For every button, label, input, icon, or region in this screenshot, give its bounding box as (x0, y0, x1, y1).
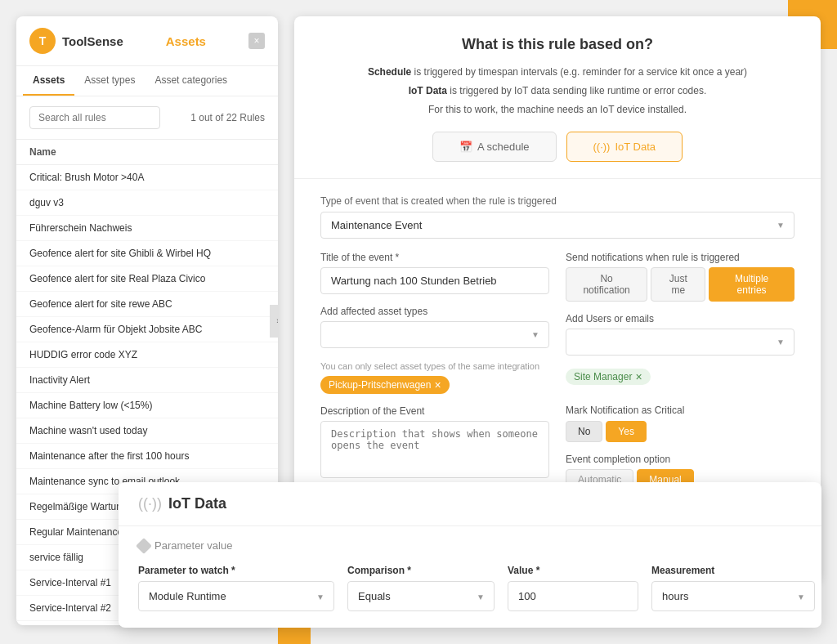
event-type-group: Type of event that is created when the r… (320, 195, 794, 239)
schedule-tab-button[interactable]: 📅 A schedule (432, 132, 557, 162)
notification-label: Send notifications when rule is triggere… (566, 252, 794, 263)
tab-assets[interactable]: Assets (23, 66, 74, 96)
event-type-select-wrapper: Maintenance Event (320, 212, 794, 239)
description-textarea[interactable] (320, 421, 549, 478)
completion-label: Event completion option (566, 454, 794, 465)
schedule-text: is triggered by timespan intervals (e.g.… (411, 66, 747, 78)
logo-area: T ToolSense (29, 28, 123, 54)
asset-tag: Pickup-Pritschenwagen × (320, 376, 450, 394)
close-button[interactable]: × (248, 33, 265, 49)
site-manager-remove[interactable]: × (635, 371, 642, 382)
iot-note: For this to work, the machine needs an I… (320, 102, 794, 118)
asset-hint: You can only select asset types of the s… (320, 361, 549, 371)
param-value-text: Parameter value (154, 539, 232, 552)
list-item[interactable]: Machine Battery low (<15%) (16, 393, 278, 418)
comparison-label: Comparison * (347, 565, 495, 576)
diamond-icon (136, 538, 152, 554)
iot-tab-label: IoT Data (615, 141, 656, 153)
asset-types-label: Add affected asset types (320, 306, 549, 317)
iot-grid: Parameter to watch * Module Runtime Comp… (138, 565, 802, 611)
param-watch-group: Parameter to watch * Module Runtime (138, 565, 334, 611)
comparison-select[interactable]: Equals (347, 581, 495, 611)
event-title-label: Title of the event * (320, 252, 549, 263)
users-group: Add Users or emails Site Manager × (566, 313, 794, 393)
asset-type-select[interactable] (320, 321, 549, 348)
multiple-entries-button[interactable]: Multiple entries (709, 267, 794, 302)
mark-critical-label: Mark Notification as Critical (566, 405, 794, 416)
tab-asset-categories[interactable]: Asset categories (145, 66, 237, 96)
schedule-bold: Schedule (368, 66, 411, 78)
no-notification-button[interactable]: No notification (566, 267, 647, 302)
sidebar-header: T ToolSense Assets × (16, 16, 278, 66)
event-type-select[interactable]: Maintenance Event (320, 212, 794, 239)
iot-tab-button[interactable]: ((·)) IoT Data (566, 132, 683, 162)
value-input[interactable] (508, 581, 638, 611)
logo-text: ToolSense (62, 34, 123, 48)
comparison-select-wrapper: Equals (347, 581, 495, 611)
value-group: Value * (508, 565, 638, 611)
iot-bold: IoT Data (409, 85, 447, 96)
list-item[interactable]: Inactivity Alert (16, 368, 278, 393)
list-item[interactable]: dguv v3 (16, 190, 278, 216)
search-input[interactable] (29, 106, 160, 129)
measurement-label: Measurement (651, 565, 815, 576)
iot-tab-icon: ((·)) (593, 141, 611, 153)
users-select[interactable] (566, 329, 794, 356)
measurement-select[interactable]: hours (651, 581, 815, 611)
param-watch-select[interactable]: Module Runtime (138, 581, 334, 611)
calendar-icon: 📅 (459, 141, 472, 153)
asset-tag-label: Pickup-Pritschenwagen (329, 379, 431, 391)
iot-card: ((·)) IoT Data Parameter value Parameter… (119, 482, 821, 628)
main-title: What is this rule based on? (320, 36, 794, 53)
toggle-no-button[interactable]: No (566, 421, 602, 442)
collapse-handle[interactable]: › (270, 305, 278, 338)
event-type-label: Type of event that is created when the r… (320, 195, 794, 207)
notification-group: Send notifications when rule is triggere… (566, 252, 794, 302)
description-label: Description of the Event (320, 405, 549, 417)
list-item[interactable]: Geofence alert for site Ghibli & Wirbel … (16, 241, 278, 266)
iot-card-header: ((·)) IoT Data (119, 482, 821, 526)
measurement-select-wrapper: hours (651, 581, 815, 611)
list-item[interactable]: Führerschein Nachweis (16, 216, 278, 241)
list-item[interactable]: Critical: Brush Motor >40A (16, 165, 278, 190)
param-watch-select-wrapper: Module Runtime (138, 581, 334, 611)
toggle-yes-button[interactable]: Yes (606, 421, 647, 442)
description-group: Description of the Event (320, 405, 549, 481)
tab-asset-types[interactable]: Asset types (74, 66, 145, 96)
users-label: Add Users or emails (566, 313, 794, 324)
logo-icon: T (29, 28, 56, 54)
list-item[interactable]: HUDDIG error code XYZ (16, 342, 278, 368)
users-select-wrapper (566, 329, 794, 356)
event-title-input[interactable] (320, 267, 549, 294)
iot-signal-icon: ((·)) (138, 495, 162, 512)
list-item[interactable]: Maintenance after the first 100 hours (16, 444, 278, 469)
list-item[interactable]: Geofence-Alarm für Objekt Jobsite ABC (16, 317, 278, 342)
tab-buttons: 📅 A schedule ((·)) IoT Data (320, 132, 794, 162)
param-watch-label: Parameter to watch * (138, 565, 334, 576)
site-manager-label: Site Manager (574, 371, 632, 382)
sidebar-tabs: Assets Asset types Asset categories (16, 66, 278, 96)
comparison-group: Comparison * Equals (347, 565, 495, 611)
iot-card-body: Parameter value Parameter to watch * Mod… (119, 526, 821, 628)
assets-title: Assets (166, 34, 206, 48)
iot-description: IoT Data is triggered by IoT data sendin… (320, 83, 794, 99)
list-item[interactable]: Geofence alert for site rewe ABC (16, 292, 278, 317)
iot-text: is triggered by IoT data sending like ru… (447, 85, 706, 96)
iot-card-title: IoT Data (168, 495, 226, 512)
schedule-description: Schedule is triggered by timespan interv… (320, 65, 794, 80)
sidebar-name-header: Name (16, 140, 278, 165)
main-top: What is this rule based on? Schedule is … (294, 16, 821, 179)
asset-tag-remove[interactable]: × (434, 378, 441, 391)
notification-buttons: No notification Just me Multiple entries (566, 267, 794, 302)
event-title-group: Title of the event * (320, 252, 549, 294)
critical-toggle: No Yes (566, 421, 794, 442)
param-value-label: Parameter value (138, 539, 802, 552)
list-item[interactable]: Machine wasn't used today (16, 418, 278, 444)
schedule-tab-label: A schedule (477, 141, 530, 153)
just-me-button[interactable]: Just me (651, 267, 705, 302)
measurement-group: Measurement hours (651, 565, 815, 611)
rules-count: 1 out of 22 Rules (190, 112, 265, 123)
list-item[interactable]: Geofence alert for site Real Plaza Civic… (16, 266, 278, 292)
asset-type-select-wrapper (320, 321, 549, 348)
value-label: Value * (508, 565, 638, 576)
